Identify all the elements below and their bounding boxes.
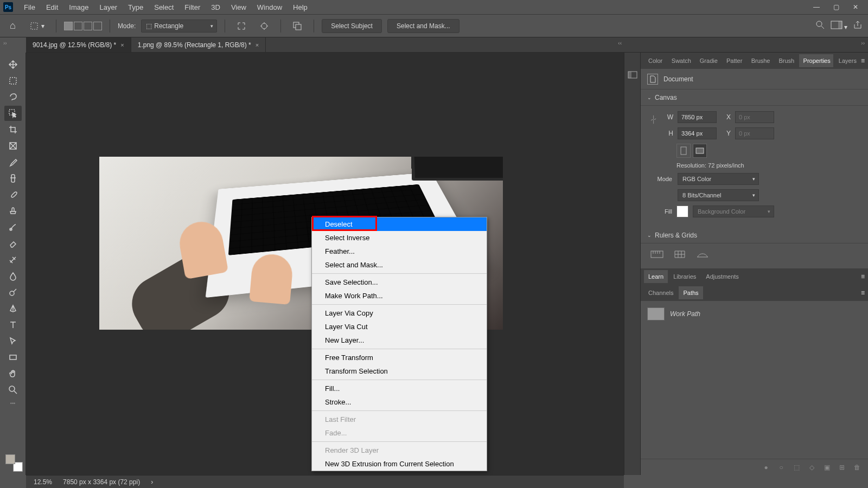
context-menu-item[interactable]: Feather... <box>312 245 487 258</box>
menu-help[interactable]: Help <box>288 1 313 14</box>
object-selection-tool[interactable] <box>4 106 22 121</box>
bit-depth-select[interactable]: 8 Bits/Channel <box>678 189 759 201</box>
close-button[interactable]: ✕ <box>852 3 859 11</box>
context-menu-item[interactable]: Layer Via Cut <box>312 320 487 333</box>
select-subject-button[interactable]: Select Subject <box>322 19 382 33</box>
panel-tab-color[interactable]: Color <box>644 54 666 67</box>
context-menu-item[interactable]: New 3D Extrusion from Current Selection <box>312 457 487 471</box>
lasso-tool[interactable] <box>4 89 22 105</box>
menu-layer[interactable]: Layer <box>94 1 123 14</box>
frame-tool[interactable] <box>4 138 22 153</box>
panel-tab-patter[interactable]: Patter <box>722 54 746 67</box>
menu-view[interactable]: View <box>226 1 252 14</box>
panel-menu-icon[interactable]: ≡ <box>861 57 865 65</box>
panel-tab-libraries[interactable]: Libraries <box>669 270 700 283</box>
color-swatches[interactable] <box>5 454 21 470</box>
rectangle-tool[interactable] <box>4 350 22 365</box>
zoom-tool[interactable] <box>4 382 22 397</box>
menu-select[interactable]: Select <box>149 1 179 14</box>
menu-file[interactable]: File <box>18 1 41 14</box>
panel-icon[interactable] <box>627 69 639 81</box>
path-selection-tool[interactable] <box>4 333 22 349</box>
home-icon[interactable]: ⌂ <box>5 18 20 34</box>
foreground-color-swatch[interactable] <box>5 454 15 464</box>
menu-image[interactable]: Image <box>63 1 94 14</box>
gradient-tool[interactable] <box>4 252 22 267</box>
document-tab[interactable]: 1.png @ 89.5% (Rectangle 1, RGB/8) *× <box>131 37 266 52</box>
link-icon[interactable] <box>649 111 658 133</box>
intersect-selection-button[interactable] <box>93 22 102 30</box>
panel-tab-layers[interactable]: Layers <box>834 54 860 67</box>
guides-button[interactable] <box>695 249 710 260</box>
canvas-section-header[interactable]: ⌄ Canvas <box>641 89 868 106</box>
rulers-button[interactable] <box>649 249 665 260</box>
workspace-switcher[interactable]: ▾ <box>831 21 847 31</box>
menu-type[interactable]: Type <box>123 1 149 14</box>
zoom-level[interactable]: 12.5% <box>34 478 52 486</box>
move-tool[interactable] <box>4 57 22 72</box>
context-menu-item[interactable]: New Layer... <box>312 333 487 347</box>
context-menu-item[interactable]: Deselect <box>312 217 487 231</box>
panel-tab-gradie[interactable]: Gradie <box>695 54 721 67</box>
load-selection-icon[interactable]: ⬚ <box>792 463 801 472</box>
path-item[interactable]: Work Path <box>646 305 863 323</box>
panel-menu-icon[interactable]: ≡ <box>861 289 865 297</box>
new-selection-button[interactable] <box>64 22 73 30</box>
healing-brush-tool[interactable] <box>4 171 22 186</box>
width-input[interactable] <box>678 111 717 123</box>
panel-tab-brushe[interactable]: Brushe <box>747 54 774 67</box>
panel-tab-swatch[interactable]: Swatch <box>667 54 694 67</box>
search-icon[interactable] <box>815 20 825 31</box>
context-menu-item[interactable]: Select and Mask... <box>312 258 487 272</box>
sample-layers-icon[interactable] <box>289 18 306 34</box>
context-menu-item[interactable]: Transform Selection <box>312 364 487 378</box>
fill-path-icon[interactable]: ● <box>762 463 770 472</box>
history-brush-tool[interactable] <box>4 220 22 235</box>
eraser-tool[interactable] <box>4 236 22 251</box>
menu-edit[interactable]: Edit <box>41 1 63 14</box>
context-menu-item[interactable]: Save Selection... <box>312 275 487 289</box>
portrait-orientation-button[interactable] <box>676 144 691 158</box>
panel-tab-brush[interactable]: Brush <box>774 54 797 67</box>
grid-button[interactable] <box>672 249 687 260</box>
menu-filter[interactable]: Filter <box>179 1 206 14</box>
context-menu-item[interactable]: Layer Via Copy <box>312 306 487 320</box>
select-and-mask-button[interactable]: Select and Mask... <box>387 19 459 33</box>
select-focus-icon[interactable] <box>233 18 250 34</box>
add-selection-button[interactable] <box>74 22 82 30</box>
panel-tab-paths[interactable]: Paths <box>679 286 703 299</box>
eyedropper-tool[interactable] <box>4 155 22 170</box>
select-settings-icon[interactable] <box>256 18 273 34</box>
maximize-button[interactable]: ▢ <box>832 3 840 11</box>
status-more-icon[interactable]: › <box>151 478 153 486</box>
tool-overflow-icon[interactable]: ••• <box>10 401 15 406</box>
expand-tabs-icon[interactable]: ›› <box>3 40 7 46</box>
make-path-icon[interactable]: ◇ <box>807 463 816 472</box>
tool-preset-picker[interactable]: ▾ <box>25 18 48 34</box>
context-menu-item[interactable]: Make Work Path... <box>312 289 487 303</box>
menu-3d[interactable]: 3D <box>206 1 226 14</box>
context-menu-item[interactable]: Fill... <box>312 382 487 395</box>
share-icon[interactable] <box>853 20 863 31</box>
expand-right-gutter-icon[interactable]: ‹‹ <box>618 40 622 46</box>
delete-path-icon[interactable]: 🗑 <box>853 463 861 472</box>
fill-select[interactable]: Background Color <box>693 206 774 217</box>
context-menu-item[interactable]: Stroke... <box>312 395 487 409</box>
panel-tab-learn[interactable]: Learn <box>644 270 668 283</box>
mode-select[interactable]: ⬚Rectangle <box>141 20 217 33</box>
pen-tool[interactable] <box>4 301 22 316</box>
minimize-button[interactable]: — <box>813 3 820 11</box>
tab-close-icon[interactable]: × <box>256 42 259 48</box>
hand-tool[interactable] <box>4 366 22 381</box>
blur-tool[interactable] <box>4 268 22 284</box>
height-input[interactable] <box>678 127 717 139</box>
new-path-icon[interactable]: ⊞ <box>838 463 846 472</box>
clone-stamp-tool[interactable] <box>4 203 22 219</box>
panel-tab-properties[interactable]: Properties <box>799 54 833 67</box>
menu-window[interactable]: Window <box>252 1 288 14</box>
panel-tab-channels[interactable]: Channels <box>644 286 678 299</box>
color-mode-select[interactable]: RGB Color <box>678 173 759 185</box>
add-mask-icon[interactable]: ▣ <box>822 463 831 472</box>
dodge-tool[interactable] <box>4 285 22 300</box>
fill-color-swatch[interactable] <box>676 206 688 217</box>
